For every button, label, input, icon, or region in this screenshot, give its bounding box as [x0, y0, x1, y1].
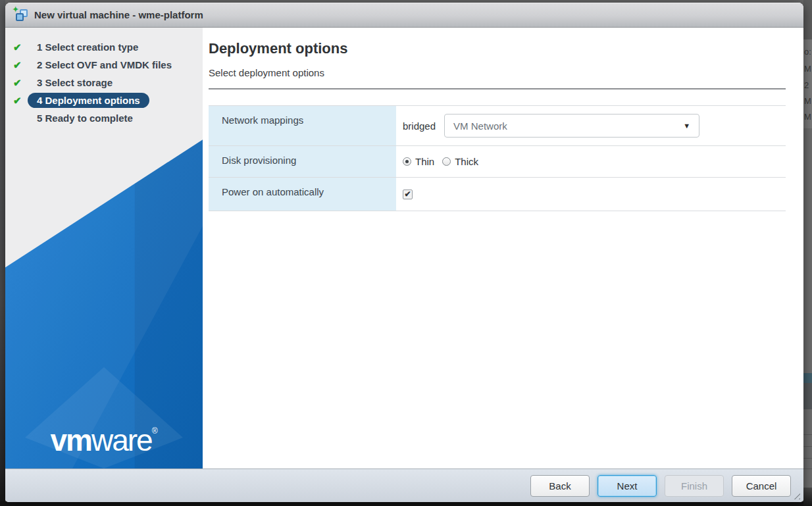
- power-on-label: Power on automatically: [209, 178, 396, 211]
- background-row-line: [803, 468, 812, 469]
- step-check-icon: ✔: [13, 59, 28, 71]
- step-check-icon: ✔: [13, 41, 28, 53]
- network-select-value: VM Network: [453, 120, 507, 132]
- wizard-content: Deployment options Select deployment opt…: [203, 28, 803, 468]
- background-text-fragment: M: [804, 112, 811, 122]
- step-label: 3 Select storage: [28, 75, 122, 90]
- table-row-network-mappings: Network mappings bridged VM Network ▼: [209, 106, 786, 146]
- desktop-left-strip: [0, 0, 5, 506]
- step-label: 2 Select OVF and VMDK files: [28, 57, 181, 72]
- background-text-fragment: M: [804, 64, 811, 74]
- background-text-fragment: M: [804, 96, 811, 106]
- step-label: 5 Ready to complete: [28, 111, 142, 126]
- step-item-deployment-options[interactable]: ✔ 4 Deployment options: [5, 91, 203, 109]
- resize-handle[interactable]: [793, 492, 800, 499]
- power-on-checkbox[interactable]: ✔: [403, 190, 413, 199]
- radio-thick-label: Thick: [455, 156, 478, 167]
- background-text-fragment: o:: [804, 47, 811, 57]
- background-row-line: [803, 446, 812, 447]
- dialog-footer: Back Next Finish Cancel: [5, 468, 803, 502]
- chevron-down-icon: ▼: [683, 122, 690, 130]
- step-label: 1 Select creation type: [28, 39, 147, 55]
- background-band-dark: [803, 383, 812, 409]
- radio-thick[interactable]: [442, 157, 451, 166]
- disk-provisioning-label: Disk provisioning: [209, 146, 396, 178]
- page-title: Deployment options: [209, 40, 786, 57]
- dialog-body: ✔ 1 Select creation type ✔ 2 Select OVF …: [5, 28, 803, 468]
- new-vm-icon: ✦: [14, 9, 28, 22]
- new-badge-icon: ✦: [13, 5, 18, 14]
- network-mappings-label: Network mappings: [209, 106, 396, 146]
- background-row-line: [803, 458, 812, 459]
- radio-thin[interactable]: [403, 157, 411, 166]
- wizard-steps: ✔ 1 Select creation type ✔ 2 Select OVF …: [5, 28, 203, 127]
- vmware-logo-ware: ware: [91, 423, 152, 457]
- background-row-line: [803, 434, 812, 435]
- registered-mark: ®: [152, 426, 158, 436]
- dialog-title: New virtual machine - wme-platform: [34, 9, 203, 20]
- step-item-select-ovf-vmdk[interactable]: ✔ 2 Select OVF and VMDK files: [5, 56, 203, 74]
- background-band-text: o: M 2 M M: [803, 39, 812, 128]
- desktop-bottom-strip: [0, 501, 812, 506]
- title-bar: ✦ New virtual machine - wme-platform: [5, 3, 803, 28]
- table-row-power-on: Power on automatically ✔: [209, 178, 786, 211]
- step-check-icon: ✔: [13, 77, 28, 89]
- vmware-logo: vmware®: [5, 425, 203, 455]
- background-text-fragment: 2: [804, 80, 809, 90]
- step-item-select-storage[interactable]: ✔ 3 Select storage: [5, 74, 203, 91]
- finish-button[interactable]: Finish: [665, 475, 724, 497]
- new-vm-wizard-dialog: ✦ New virtual machine - wme-platform ✔ 1…: [5, 3, 803, 502]
- background-band-top: [803, 0, 812, 39]
- heading-divider: [209, 88, 786, 89]
- next-button[interactable]: Next: [597, 475, 657, 497]
- step-check-icon: ✔: [13, 95, 28, 107]
- options-table: Network mappings bridged VM Network ▼ Di…: [209, 105, 786, 211]
- background-band-bottom: [803, 488, 812, 506]
- background-band-blue: [803, 373, 812, 383]
- table-row-disk-provisioning: Disk provisioning Thin Thick: [209, 146, 786, 178]
- step-item-select-creation-type[interactable]: ✔ 1 Select creation type: [5, 38, 203, 56]
- cancel-button[interactable]: Cancel: [732, 475, 791, 497]
- network-source-label: bridged: [403, 120, 436, 132]
- page-subtitle: Select deployment options: [209, 67, 786, 78]
- vmware-logo-vm: vm: [50, 423, 91, 457]
- vm-icon-front-square: [16, 13, 24, 21]
- step-item-ready-to-complete[interactable]: 5 Ready to complete: [5, 109, 203, 127]
- wizard-sidebar: ✔ 1 Select creation type ✔ 2 Select OVF …: [5, 28, 203, 468]
- background-page-strip: o: M 2 M M: [803, 0, 812, 506]
- network-select[interactable]: VM Network ▼: [444, 114, 699, 138]
- step-label: 4 Deployment options: [28, 93, 149, 108]
- back-button[interactable]: Back: [530, 475, 590, 497]
- radio-thin-label: Thin: [415, 156, 434, 167]
